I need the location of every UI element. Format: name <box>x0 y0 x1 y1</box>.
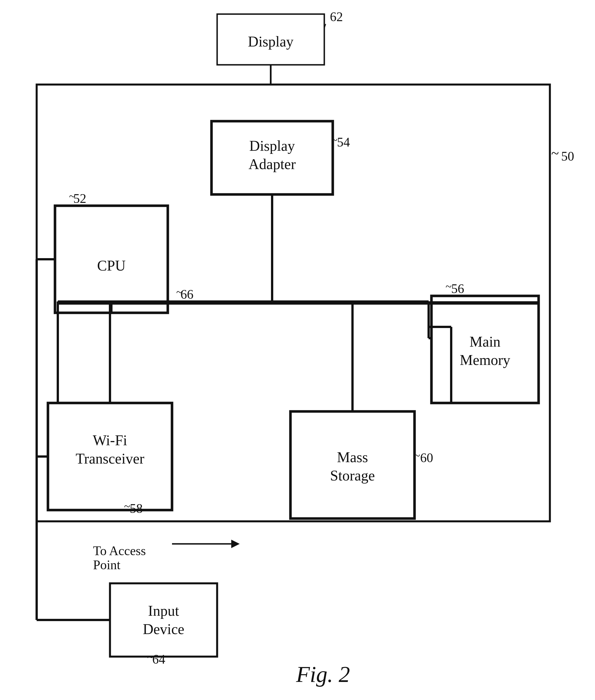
svg-text:~: ~ <box>176 286 182 298</box>
wifi-ref: 58 <box>130 501 143 516</box>
system-box-ref: 50 <box>561 149 574 163</box>
svg-text:~: ~ <box>124 500 130 513</box>
access-point-label-2: Point <box>93 558 120 572</box>
mass-storage-label-1: Mass <box>337 449 368 465</box>
bus-ref: 66 <box>180 287 194 302</box>
wifi-label-2: Transceiver <box>76 451 144 467</box>
main-memory-label-2: Memory <box>460 352 510 368</box>
main-memory-label-1: Main <box>470 334 501 350</box>
svg-text:~: ~ <box>331 133 338 146</box>
mass-storage-ref: 60 <box>420 451 433 465</box>
input-device-label-2: Device <box>143 621 184 637</box>
svg-text:~: ~ <box>147 651 153 663</box>
input-device-label-1: Input <box>148 603 179 619</box>
figure-label: Fig. 2 <box>296 662 350 687</box>
wifi-label-1: Wi-Fi <box>93 432 127 448</box>
cpu-label: CPU <box>97 257 125 274</box>
access-point-arrow <box>231 540 240 548</box>
svg-text:~: ~ <box>69 190 75 203</box>
svg-text:~: ~ <box>414 449 420 462</box>
input-device-ref: 64 <box>152 652 165 666</box>
input-device-box <box>110 583 217 657</box>
display-adapter-label-2: Adapter <box>249 156 295 172</box>
diagram-container: Display 62 50 ~ Display Adapter 54 ~ CPU… <box>0 0 595 700</box>
display-adapter-label-1: Display <box>249 138 295 154</box>
display-ref: 62 <box>330 9 343 24</box>
svg-text:~: ~ <box>446 280 452 293</box>
main-memory-ref: 56 <box>451 281 464 296</box>
cpu-ref: 52 <box>73 191 86 206</box>
display-label: Display <box>248 34 293 50</box>
display-adapter-ref: 54 <box>337 135 350 149</box>
mass-storage-label-2: Storage <box>330 467 375 484</box>
system-box-tilde: ~ <box>551 145 559 161</box>
access-point-label-1: To Access <box>93 544 146 558</box>
